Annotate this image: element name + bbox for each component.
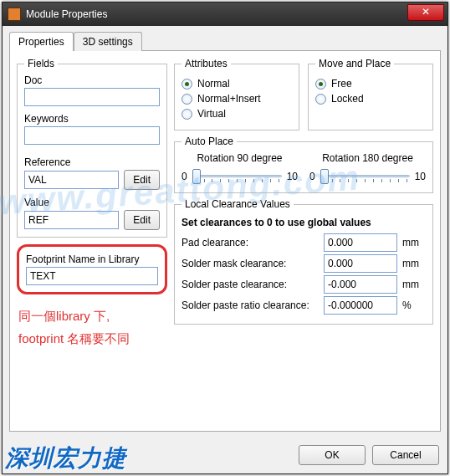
window-body: Properties 3D settings Fields Doc Keywor… [3, 26, 447, 438]
doc-label: Doc [24, 74, 160, 86]
solder-paste-ratio-label: Solder paste ratio clearance: [182, 299, 319, 311]
radio-icon [182, 79, 192, 90]
radio-icon [315, 94, 326, 105]
solder-mask-input[interactable] [324, 254, 397, 273]
annotation-line1: 同一個library 下, [18, 305, 166, 327]
radio-icon [315, 79, 326, 90]
radio-icon [182, 109, 192, 120]
doc-input[interactable] [24, 88, 160, 106]
radio-virtual[interactable]: Virtual [182, 108, 292, 120]
solder-mask-label: Solder mask clearance: [182, 258, 319, 269]
annotation-line2: footprint 名稱要不同 [18, 327, 166, 350]
ok-button[interactable]: OK [299, 445, 366, 465]
window-title: Module Properties [26, 8, 107, 20]
radio-normal[interactable]: Normal [182, 78, 292, 90]
titlebar[interactable]: Module Properties ✕ [3, 3, 447, 26]
tab-body: Fields Doc Keywords Reference Edit Value [9, 50, 441, 432]
app-icon [8, 8, 21, 21]
keywords-label: Keywords [24, 113, 160, 125]
rot180-label: Rotation 180 degree [309, 152, 426, 164]
rot90-slider[interactable] [192, 167, 282, 186]
move-place-group: Move and Place Free Locked [308, 58, 433, 131]
close-button[interactable]: ✕ [407, 4, 444, 21]
tab-3d-settings[interactable]: 3D settings [74, 32, 142, 51]
reference-edit-button[interactable]: Edit [124, 170, 160, 190]
module-properties-window: Module Properties ✕ Properties 3D settin… [2, 2, 448, 474]
close-icon: ✕ [422, 6, 430, 18]
radio-icon [182, 94, 192, 105]
unit-mm: mm [402, 237, 426, 248]
attributes-group: Attributes Normal Normal+Insert Virtual [174, 58, 299, 131]
annotation-text: 同一個library 下, footprint 名稱要不同 [17, 301, 167, 353]
rot180-slider[interactable] [320, 167, 410, 186]
value-label: Value [24, 197, 160, 208]
reference-label: Reference [24, 156, 160, 168]
fields-group: Fields Doc Keywords Reference Edit Value [17, 58, 167, 238]
pad-clearance-input[interactable] [324, 233, 397, 252]
brand-text: 深圳宏力捷 [5, 443, 126, 474]
unit-mm: mm [402, 258, 426, 269]
fields-legend: Fields [24, 58, 58, 69]
radio-free[interactable]: Free [315, 78, 426, 90]
right-column: Attributes Normal Normal+Insert Virtual [174, 58, 433, 424]
slider-min: 0 [182, 171, 187, 182]
left-column: Fields Doc Keywords Reference Edit Value [17, 58, 167, 424]
pad-clearance-label: Pad clearance: [182, 237, 319, 248]
solder-paste-label: Solder paste clearance: [182, 279, 319, 290]
tab-properties[interactable]: Properties [9, 32, 74, 51]
auto-place-legend: Auto Place [182, 136, 237, 147]
footprint-name-highlight: Footprint Name in Library [17, 244, 167, 294]
slider-max: 10 [287, 171, 298, 182]
keywords-input[interactable] [24, 126, 160, 145]
value-input[interactable] [24, 211, 119, 229]
tab-strip: Properties 3D settings [9, 31, 441, 50]
slider-min: 0 [309, 171, 315, 182]
footprint-name-input[interactable] [26, 267, 158, 285]
radio-normal-insert[interactable]: Normal+Insert [182, 93, 292, 105]
clearance-hint: Set clearances to 0 to use global values [182, 217, 426, 228]
clearance-group: Local Clearance Values Set clearances to… [174, 198, 433, 325]
value-edit-button[interactable]: Edit [124, 210, 160, 230]
auto-place-group: Auto Place Rotation 90 degree 0 [174, 136, 433, 193]
footprint-name-label: Footprint Name in Library [26, 253, 158, 265]
rot90-label: Rotation 90 degree [182, 152, 298, 164]
unit-pct: % [402, 299, 426, 311]
attributes-legend: Attributes [182, 58, 231, 69]
solder-paste-input[interactable] [324, 275, 397, 294]
unit-mm: mm [402, 279, 426, 290]
solder-paste-ratio-input[interactable] [324, 296, 397, 315]
radio-locked[interactable]: Locked [315, 93, 426, 105]
slider-max: 10 [415, 171, 426, 182]
reference-input[interactable] [24, 171, 119, 189]
move-place-legend: Move and Place [315, 58, 394, 69]
cancel-button[interactable]: Cancel [372, 445, 439, 465]
clearance-legend: Local Clearance Values [182, 198, 294, 210]
